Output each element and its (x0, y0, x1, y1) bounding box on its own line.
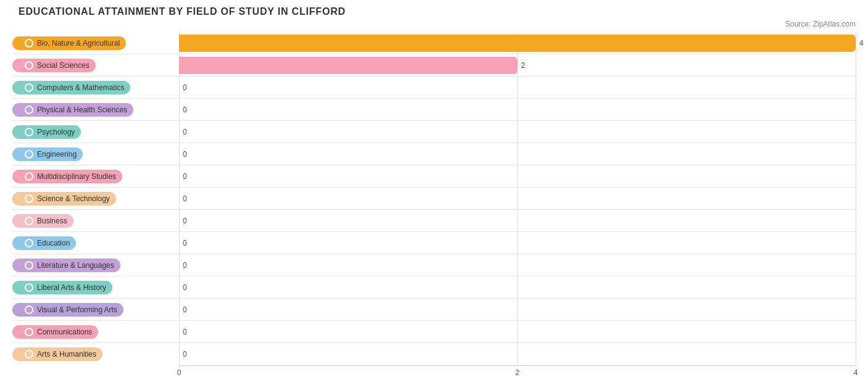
bar-value: 2 (521, 57, 525, 74)
bar-label: Social Sciences (12, 59, 179, 72)
bar-value: 0 (183, 279, 187, 296)
table-row: Literature & Languages0 (12, 254, 856, 276)
bar-label-text: Bio, Nature & Agricultural (12, 36, 126, 50)
bar-label-text: Social Sciences (12, 59, 96, 72)
bar-label-text: Arts & Humanities (12, 347, 102, 361)
bar-label: Computers & Mathematics (12, 81, 179, 94)
bar-container: 0 (179, 190, 856, 207)
bar-value: 0 (183, 101, 187, 118)
bar-label-text: Visual & Performing Arts (12, 303, 123, 317)
table-row: Education0 (12, 232, 856, 254)
label-dot (25, 328, 33, 336)
page-title: EDUCATIONAL ATTAINMENT BY FIELD OF STUDY… (12, 6, 856, 17)
bar-value: 4 (859, 35, 864, 52)
label-dot (25, 194, 33, 203)
bar-label: Science & Technology (12, 192, 179, 205)
table-row: Communications0 (12, 321, 856, 343)
bar-container: 0 (179, 301, 856, 318)
bar-label: Business (12, 214, 179, 228)
bar-label-text: Liberal Arts & History (12, 281, 112, 294)
bar-label-text: Communications (12, 325, 98, 339)
bar-container: 2 (179, 57, 856, 74)
bar-label-text: Computers & Mathematics (12, 81, 130, 94)
label-dot (25, 150, 33, 159)
bar-label-text: Business (12, 214, 73, 228)
bar-label-text: Literature & Languages (12, 259, 120, 272)
label-dot (25, 39, 33, 48)
table-row: Engineering0 (12, 143, 856, 165)
table-row: Computers & Mathematics0 (12, 77, 856, 99)
label-dot (25, 305, 33, 314)
table-row: Multidisciplinary Studies0 (12, 165, 856, 188)
label-dot (25, 283, 33, 292)
bar-label: Education (12, 236, 179, 250)
x-tick: 4 (854, 368, 858, 377)
bar-label: Literature & Languages (12, 259, 179, 272)
bar-container: 0 (179, 79, 856, 96)
bar-label-text: Engineering (12, 147, 83, 161)
bar-container: 0 (179, 212, 856, 230)
bar-label: Communications (12, 325, 179, 339)
label-dot (25, 106, 33, 114)
bar-container: 0 (179, 123, 856, 141)
label-dot (25, 217, 33, 225)
chart-area: Bio, Nature & Agricultural4Social Scienc… (12, 32, 856, 380)
label-dot (25, 61, 33, 70)
table-row: Social Sciences2 (12, 54, 856, 77)
bar-value: 0 (183, 168, 187, 185)
bar-value: 0 (183, 79, 187, 96)
table-row: Bio, Nature & Agricultural4 (12, 32, 856, 54)
bar-label: Psychology (12, 125, 179, 139)
bar (179, 57, 517, 74)
x-tick: 2 (515, 368, 520, 377)
bar-container: 0 (179, 346, 856, 363)
x-tick: 0 (177, 368, 182, 377)
table-row: Arts & Humanities0 (12, 343, 856, 365)
bar-label: Visual & Performing Arts (12, 303, 179, 317)
bar-container: 0 (179, 101, 856, 118)
bar-value: 0 (183, 146, 187, 163)
table-row: Physical & Health Sciences0 (12, 99, 856, 121)
bar-value: 0 (183, 190, 187, 207)
label-dot (25, 128, 33, 136)
table-row: Psychology0 (12, 121, 856, 143)
x-axis: 024 (179, 365, 856, 380)
bar-label-text: Psychology (12, 125, 81, 139)
bar-label-text: Multidisciplinary Studies (12, 170, 122, 183)
bar (179, 35, 856, 52)
bar-label: Engineering (12, 147, 179, 161)
bar-label: Physical & Health Sciences (12, 103, 179, 117)
bar-value: 0 (183, 346, 187, 363)
label-dot (25, 172, 33, 181)
bar-label: Bio, Nature & Agricultural (12, 36, 179, 50)
bar-container: 0 (179, 279, 856, 296)
table-row: Liberal Arts & History0 (12, 276, 856, 299)
bar-value: 0 (183, 212, 187, 230)
bar-container: 0 (179, 257, 856, 274)
bar-value: 0 (183, 323, 187, 341)
table-row: Science & Technology0 (12, 188, 856, 210)
table-row: Visual & Performing Arts0 (12, 299, 856, 321)
bar-label-text: Science & Technology (12, 192, 116, 205)
bar-label: Arts & Humanities (12, 347, 179, 361)
bar-value: 0 (183, 301, 187, 318)
bar-container: 0 (179, 168, 856, 185)
bar-value: 0 (183, 257, 187, 274)
source-label: Source: ZipAtlas.com (12, 20, 856, 28)
bar-container: 0 (179, 234, 856, 252)
bar-container: 0 (179, 323, 856, 341)
label-dot (25, 83, 33, 92)
label-dot (25, 239, 33, 247)
bar-value: 0 (183, 123, 187, 141)
bar-label: Multidisciplinary Studies (12, 170, 179, 183)
label-dot (25, 350, 33, 359)
bar-label-text: Physical & Health Sciences (12, 103, 133, 117)
bar-container: 4 (179, 35, 856, 52)
chart-inner: Bio, Nature & Agricultural4Social Scienc… (12, 32, 856, 365)
bar-container: 0 (179, 146, 856, 163)
bar-label-text: Education (12, 236, 76, 250)
bar-label: Liberal Arts & History (12, 281, 179, 294)
bar-value: 0 (183, 234, 187, 252)
table-row: Business0 (12, 210, 856, 232)
label-dot (25, 261, 33, 270)
